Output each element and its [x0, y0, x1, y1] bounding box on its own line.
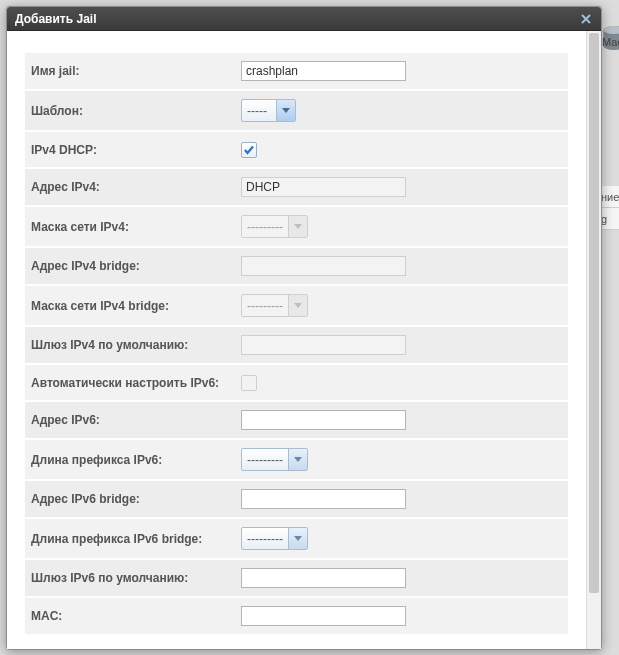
ipv6-prefix-value: ---------	[242, 449, 288, 470]
label-ipv6-prefix: Длина префикса IPv6:	[31, 453, 241, 467]
row-ipv6-bridge-addr: Адрес IPv6 bridge:	[25, 481, 568, 519]
label-ipv4-gateway: Шлюз IPv4 по умолчанию:	[31, 338, 241, 352]
label-ipv4-bridge-mask: Маска сети IPv4 bridge:	[31, 299, 241, 313]
label-ipv4-bridge-addr: Адрес IPv4 bridge:	[31, 259, 241, 273]
chevron-down-icon	[288, 295, 307, 316]
jail-name-input[interactable]	[241, 61, 406, 81]
template-select[interactable]: -----	[241, 99, 296, 122]
ipv6-bridge-prefix-value: ---------	[242, 528, 288, 549]
chevron-down-icon	[288, 216, 307, 237]
row-template: Шаблон: -----	[25, 91, 568, 132]
label-jail-name: Имя jail:	[31, 64, 241, 78]
ipv6-gateway-input[interactable]	[241, 568, 406, 588]
ipv4-bridge-mask-value: ---------	[242, 295, 288, 316]
ipv4-bridge-addr-input	[241, 256, 406, 276]
row-ipv6-bridge-prefix: Длина префикса IPv6 bridge: ---------	[25, 519, 568, 560]
row-ipv6-prefix: Длина префикса IPv6: ---------	[25, 440, 568, 481]
close-icon[interactable]	[579, 12, 593, 26]
ipv4-addr-input	[241, 177, 406, 197]
label-mac: MAC:	[31, 609, 241, 623]
ipv6-prefix-select[interactable]: ---------	[241, 448, 308, 471]
ipv6-auto-checkbox	[241, 375, 257, 391]
row-ipv4-bridge-addr: Адрес IPv4 bridge:	[25, 248, 568, 286]
template-select-value: -----	[242, 100, 276, 121]
ipv4-mask-select: ---------	[241, 215, 308, 238]
form-area: Имя jail: Шаблон: ----- IPv4 DHC	[7, 31, 586, 649]
chevron-down-icon[interactable]	[288, 449, 307, 470]
dialog-scrollbar[interactable]	[586, 31, 601, 649]
chevron-down-icon[interactable]	[276, 100, 295, 121]
label-ipv6-gateway: Шлюз IPv6 по умолчанию:	[31, 571, 241, 585]
mac-input[interactable]	[241, 606, 406, 626]
label-ipv6-bridge-prefix: Длина префикса IPv6 bridge:	[31, 532, 241, 546]
row-ipv4-addr: Адрес IPv4:	[25, 169, 568, 207]
label-ipv6-addr: Адрес IPv6:	[31, 413, 241, 427]
add-jail-dialog: Добавить Jail Имя jail: Шаблон: -----	[6, 6, 602, 650]
ipv6-bridge-addr-input[interactable]	[241, 489, 406, 509]
row-ipv4-gateway: Шлюз IPv4 по умолчанию:	[25, 327, 568, 365]
label-ipv4-addr: Адрес IPv4:	[31, 180, 241, 194]
row-mac: MAC:	[25, 598, 568, 636]
row-ipv6-auto: Автоматически настроить IPv6:	[25, 365, 568, 402]
dialog-titlebar[interactable]: Добавить Jail	[7, 7, 601, 31]
ipv6-bridge-prefix-select[interactable]: ---------	[241, 527, 308, 550]
ipv6-addr-input[interactable]	[241, 410, 406, 430]
ipv4-dhcp-checkbox[interactable]	[241, 142, 257, 158]
row-ipv6-addr: Адрес IPv6:	[25, 402, 568, 440]
scrollbar-thumb[interactable]	[589, 33, 599, 593]
label-template: Шаблон:	[31, 104, 241, 118]
row-ipv6-gateway: Шлюз IPv6 по умолчанию:	[25, 560, 568, 598]
ipv4-mask-value: ---------	[242, 216, 288, 237]
label-ipv6-bridge-addr: Адрес IPv6 bridge:	[31, 492, 241, 506]
bg-label: Мас	[602, 36, 619, 48]
row-ipv4-dhcp: IPv4 DHCP:	[25, 132, 568, 169]
label-ipv4-mask: Маска сети IPv4:	[31, 220, 241, 234]
ipv4-bridge-mask-select: ---------	[241, 294, 308, 317]
row-jail-name: Имя jail:	[25, 53, 568, 91]
chevron-down-icon[interactable]	[288, 528, 307, 549]
row-ipv4-mask: Маска сети IPv4: ---------	[25, 207, 568, 248]
label-ipv6-auto: Автоматически настроить IPv6:	[31, 376, 241, 390]
dialog-title: Добавить Jail	[15, 12, 579, 26]
ipv4-gateway-input	[241, 335, 406, 355]
row-ipv4-bridge-mask: Маска сети IPv4 bridge: ---------	[25, 286, 568, 327]
label-ipv4-dhcp: IPv4 DHCP:	[31, 143, 241, 157]
dialog-body: Имя jail: Шаблон: ----- IPv4 DHC	[7, 31, 601, 649]
